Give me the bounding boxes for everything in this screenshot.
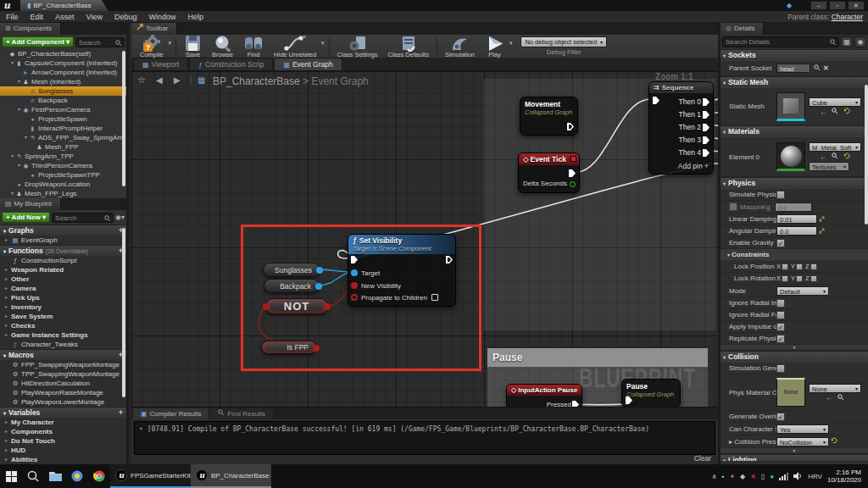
start-button[interactable] — [0, 464, 22, 488]
add-icon[interactable]: + — [119, 408, 123, 417]
exec-in-pin[interactable] — [626, 396, 632, 404]
z-checkbox[interactable] — [810, 275, 817, 282]
window-tab[interactable]: ▮BP_CharacterBase — [20, 0, 108, 11]
doc-tab-event-graph[interactable]: ▦Event Graph — [274, 58, 342, 70]
menu-window[interactable]: Window — [142, 11, 181, 23]
toolbar-simulation-button[interactable]: Simulation — [440, 35, 480, 58]
value-field[interactable]: 0.0 — [776, 226, 817, 236]
then-exec-pin[interactable] — [703, 149, 709, 157]
delta-seconds-pin[interactable] — [570, 181, 576, 187]
details-scrollbar[interactable] — [865, 85, 868, 225]
use-selected-icon[interactable]: ← — [820, 108, 826, 116]
x-checkbox[interactable] — [782, 263, 788, 270]
reset-icon[interactable] — [843, 152, 850, 161]
y-checkbox[interactable] — [796, 263, 803, 270]
doc-tab-construction-scrip[interactable]: ƒConstruction Scrip — [189, 58, 273, 70]
sequence-then-pin[interactable]: Then 1 — [679, 110, 701, 119]
expand-icon[interactable] — [819, 227, 825, 236]
expander[interactable]: ▼ — [721, 345, 868, 351]
tree-item[interactable]: ⌂Sunglasses — [0, 86, 126, 96]
tree-item[interactable]: ▾♟Mesh (Inherited) — [0, 77, 126, 86]
blueprint-item[interactable]: ƒCharacter_Tweaks — [0, 340, 126, 349]
details-section-collision[interactable]: ▾Collision — [721, 351, 868, 363]
toolbar-hide-unrelated-button[interactable]: Hide Unrelated — [269, 35, 321, 58]
dropdown-caret-icon[interactable]: ▾ — [169, 40, 172, 47]
menu-asset[interactable]: Asset — [49, 11, 81, 23]
filter-eye-icon[interactable]: ◉▾ — [115, 214, 125, 221]
components-scrollbar[interactable] — [122, 51, 125, 186]
reset-icon[interactable] — [831, 437, 837, 446]
task-fpsgamestarterkit[interactable]: uFPSGameStarterKit... — [110, 464, 191, 488]
tree-item[interactable]: ●ProjectileSpawn — [0, 114, 126, 124]
photos-app-icon[interactable] — [66, 464, 88, 488]
tab-compiler-results[interactable]: ▣Compiler Results — [133, 408, 209, 419]
add-component-button[interactable]: + Add Component ▾ — [2, 36, 74, 47]
override-checkbox[interactable] — [729, 202, 737, 211]
toolbar-save-button[interactable]: Save — [179, 35, 207, 58]
menu-view[interactable]: View — [81, 11, 108, 23]
dropdown-caret-icon[interactable]: ▾ — [321, 40, 325, 47]
browse-icon[interactable] — [832, 108, 838, 116]
tree-item[interactable]: ◆BP_CharacterBase(self) — [0, 49, 126, 58]
use-selected-icon[interactable]: ← — [820, 153, 826, 161]
toolbar-class-defaults-button[interactable]: Class Defaults — [383, 35, 434, 58]
tab-toolbar[interactable]: Toolbar — [131, 23, 177, 35]
details-section-static-mesh[interactable]: ▾Static Mesh — [721, 76, 868, 88]
tree-item[interactable]: ♟Mesh_FPP — [0, 142, 126, 152]
tray-icon[interactable]: ◆ — [740, 473, 745, 480]
components-search-input[interactable]: Search — [75, 37, 125, 47]
toolbar-compile-button[interactable]: ?Compile — [135, 35, 169, 58]
tree-item[interactable]: ●DropWeaponLocation — [0, 180, 126, 189]
debug-object-dropdown[interactable]: No debug object selected▾ — [520, 36, 607, 47]
view-options-eye-icon[interactable]: ◉ — [854, 36, 866, 47]
checkbox[interactable] — [776, 191, 785, 199]
blueprint-item[interactable]: ▸Save System — [0, 312, 126, 321]
tree-item[interactable]: ▾▮CapsuleComponent (Inherited) — [0, 58, 126, 68]
blueprint-item[interactable]: ▸Checks — [0, 321, 126, 330]
nav-forward-icon[interactable]: ▶ — [174, 75, 181, 85]
details-section-sockets[interactable]: ▾Sockets — [721, 49, 868, 61]
tree-item[interactable]: ▾◉ThirdPersonCamera — [0, 161, 126, 170]
tree-item[interactable]: ●ProjectileSpawnTPP — [0, 170, 126, 180]
then-exec-pin[interactable] — [703, 136, 709, 144]
value-field[interactable]: head — [776, 64, 810, 73]
tray-icon[interactable]: ▪ — [722, 473, 725, 480]
dropdown[interactable]: Default▾ — [776, 286, 829, 296]
y-checkbox[interactable] — [796, 275, 803, 282]
checkbox[interactable]: ✓ — [776, 239, 785, 247]
tree-item[interactable]: ▾♟Mesh_FPP_Legs — [0, 189, 126, 198]
tree-item[interactable]: ▾◉FirstPersonCamera — [0, 105, 126, 114]
tab-details[interactable]: ◎Details — [721, 23, 764, 35]
blueprint-item[interactable]: ƒConstructionScript — [0, 256, 126, 265]
asset-dropdown[interactable]: Cube▾ — [809, 97, 861, 107]
tree-item[interactable]: ►ArrowComponent (Inherited) — [0, 68, 126, 77]
node-pause-collapsed[interactable]: Pause Collapsed Graph — [621, 379, 681, 407]
menu-help[interactable]: Help — [181, 11, 209, 23]
blueprint-item[interactable]: ▸Inventory — [0, 302, 126, 312]
clear-icon[interactable]: ✕ — [823, 64, 829, 72]
node-movement[interactable]: Movement Collapsed Graph — [520, 97, 578, 136]
dropdown[interactable]: Yes▾ — [776, 424, 829, 434]
tree-item[interactable]: ▾↰ADS_FPP_Sway_SpringArm — [0, 133, 126, 142]
checkbox[interactable] — [776, 311, 785, 319]
then-exec-pin[interactable] — [703, 98, 709, 106]
volume-icon[interactable] — [793, 472, 803, 480]
pressed-pin[interactable] — [572, 401, 579, 407]
expand-icon[interactable] — [819, 215, 825, 224]
tray-icon[interactable]: ✕ — [750, 473, 756, 480]
section-graphs[interactable]: ▾Graphs+ — [0, 225, 126, 236]
value-field[interactable]: 0.01 — [776, 214, 817, 224]
minimize-button[interactable]: – — [810, 1, 827, 10]
blueprint-item[interactable]: ▸Do Not Touch — [0, 436, 126, 446]
tab-components[interactable]: ⊞Components — [0, 23, 61, 35]
nav-back-icon[interactable]: ◀ — [156, 75, 163, 85]
exec-out-pin[interactable] — [567, 123, 574, 130]
blueprint-item[interactable]: ▸Game Instance Settings — [0, 330, 126, 340]
asset-dropdown[interactable]: None▾ — [809, 384, 861, 393]
taskbar-search-icon[interactable] — [22, 464, 44, 488]
blueprint-item[interactable]: ⚙FPP_SwappingWeaponMontage — [0, 360, 126, 369]
blueprint-item[interactable]: ▸My Character — [0, 418, 126, 427]
dropdown-caret-icon[interactable]: ▾ — [509, 40, 513, 47]
tray-icon[interactable]: ▯ — [761, 473, 765, 480]
then-exec-pin[interactable] — [703, 111, 709, 119]
